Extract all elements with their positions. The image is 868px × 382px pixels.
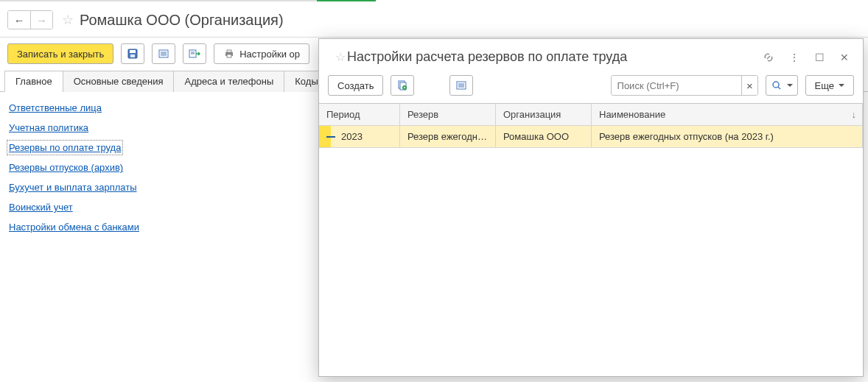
link-responsible-persons[interactable]: Ответственные лица xyxy=(9,102,102,113)
chevron-down-icon xyxy=(839,84,844,90)
tab-main[interactable]: Главное xyxy=(4,71,63,92)
link-bank-exchange-settings[interactable]: Настройки обмена с банками xyxy=(9,222,139,233)
svg-rect-2 xyxy=(130,54,135,57)
floating-window: ☆ Настройки расчета резервов по оплате т… xyxy=(318,38,864,377)
fw-toolbar: Создать × Еще xyxy=(319,72,863,103)
table-header: Период Резерв Организация Наименование ↓ xyxy=(319,104,863,126)
nav-back-button[interactable]: ← xyxy=(8,11,30,29)
cell-reserve: Резерв ежегодн… xyxy=(400,126,496,148)
fw-list-button[interactable] xyxy=(449,75,473,96)
link-icon[interactable] xyxy=(763,52,776,63)
search-field-wrap: × xyxy=(611,75,758,96)
org-settings-label: Настройки ор xyxy=(239,49,300,60)
tab-basic-info[interactable]: Основные сведения xyxy=(63,71,175,92)
link-accounting-salary-payment[interactable]: Бухучет и выплата зарплаты xyxy=(9,182,137,193)
link-payroll-reserves[interactable]: Резервы по оплате труда xyxy=(9,142,121,153)
cell-name: Резерв ежегодных отпусков (на 2023 г.) xyxy=(592,126,863,148)
more-button[interactable]: Еще xyxy=(805,75,854,96)
list-go-button[interactable] xyxy=(183,43,206,64)
link-military-registration[interactable]: Воинский учет xyxy=(9,202,73,213)
col-header-period[interactable]: Период xyxy=(319,104,400,126)
link-vacation-reserves-archive[interactable]: Резервы отпусков (архив) xyxy=(9,162,123,173)
svg-rect-11 xyxy=(227,50,231,52)
maximize-icon[interactable]: ☐ xyxy=(813,52,826,63)
col-header-org[interactable]: Организация xyxy=(496,104,592,126)
more-label: Еще xyxy=(815,80,834,91)
search-button[interactable] xyxy=(766,75,798,96)
fw-header-icons: ⋮ ☐ ✕ xyxy=(763,52,851,63)
svg-point-20 xyxy=(773,82,779,88)
svg-line-21 xyxy=(778,87,780,89)
svg-rect-12 xyxy=(227,54,231,57)
tab-addresses[interactable]: Адреса и телефоны xyxy=(173,71,284,92)
table-row[interactable]: 2023 Резерв ежегодн… Ромашка ООО Резерв … xyxy=(319,126,863,148)
org-settings-button[interactable]: Настройки ор xyxy=(214,43,309,64)
page-header: ← → ☆ Ромашка ООО (Организация) xyxy=(0,6,868,38)
save-and-close-button[interactable]: Записать и закрыть xyxy=(7,43,113,64)
nav-forward-button[interactable]: → xyxy=(30,11,52,29)
search-clear-button[interactable]: × xyxy=(741,76,757,95)
copy-button[interactable] xyxy=(391,75,414,96)
col-header-reserve[interactable]: Резерв xyxy=(400,104,496,126)
fw-header: ☆ Настройки расчета резервов по оплате т… xyxy=(319,39,863,72)
svg-rect-1 xyxy=(130,50,136,53)
fw-favorite-star-icon[interactable]: ☆ xyxy=(335,50,346,64)
favorite-star-icon[interactable]: ☆ xyxy=(62,12,74,28)
search-input[interactable] xyxy=(612,76,742,95)
fw-table: Период Резерв Организация Наименование ↓… xyxy=(319,103,863,376)
list-button[interactable] xyxy=(152,43,175,64)
close-icon[interactable]: ✕ xyxy=(838,52,851,63)
nav-arrows: ← → xyxy=(7,10,53,29)
link-accounting-policy[interactable]: Учетная политика xyxy=(9,122,88,133)
kebab-menu-icon[interactable]: ⋮ xyxy=(788,52,801,63)
col-header-name[interactable]: Наименование ↓ xyxy=(592,104,863,126)
fw-title: Настройки расчета резервов по оплате тру… xyxy=(347,49,763,65)
save-button[interactable] xyxy=(121,43,144,64)
page-title: Ромашка ООО (Организация) xyxy=(80,12,284,29)
cell-org: Ромашка ООО xyxy=(496,126,592,148)
cell-period: 2023 xyxy=(319,126,400,148)
row-marker-icon xyxy=(326,136,335,138)
create-button[interactable]: Создать xyxy=(328,75,383,96)
chevron-down-icon xyxy=(787,84,793,90)
top-edge xyxy=(0,0,868,6)
sort-asc-icon: ↓ xyxy=(852,109,857,120)
